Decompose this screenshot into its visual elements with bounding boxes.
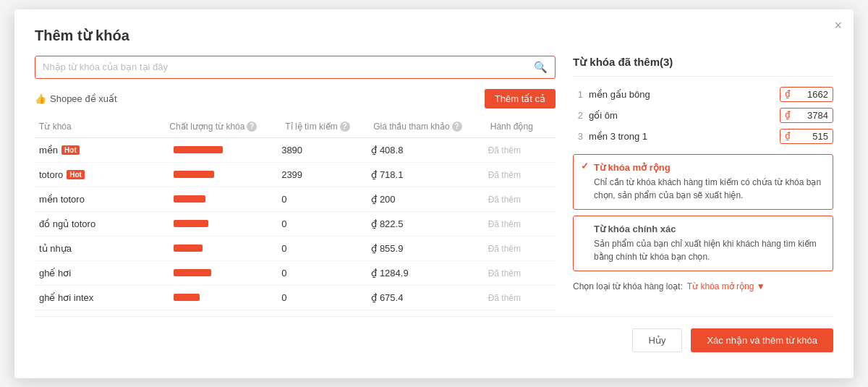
action-text: Đã thêm <box>488 244 521 254</box>
quality-info-icon[interactable]: ? <box>247 122 257 132</box>
kw-type-desc: Chỉ cần từ khóa khách hàng tìm kiếm có c… <box>582 176 824 202</box>
suggest-icon: 👍 <box>35 93 46 104</box>
kw-name-cell: tủ nhựa <box>35 236 169 260</box>
kw-quality-cell <box>169 162 277 187</box>
kw-rate-cell: 0 <box>277 211 367 236</box>
quality-bar <box>174 294 200 301</box>
added-kw-input-wrap: ₫ <box>780 129 833 144</box>
added-kw-name: mền 3 trong 1 <box>589 131 774 142</box>
quality-bar <box>174 146 223 153</box>
kw-name: ghế hơi intex <box>39 292 93 303</box>
bulk-label: Chọn loại từ khóa hàng loạt: <box>573 281 683 292</box>
currency-label: ₫ <box>785 131 791 141</box>
keyword-type-boxes: Từ khóa mở rộng Chỉ cần từ khóa khách hà… <box>573 154 833 271</box>
bid-input[interactable] <box>792 89 828 100</box>
col-header-action: Hành động <box>486 116 556 138</box>
quality-bar-wrap <box>174 146 231 153</box>
quality-bar-wrap <box>174 269 231 276</box>
bid-input[interactable] <box>792 131 828 142</box>
kw-type-box-broad[interactable]: Từ khóa mở rộng Chỉ cần từ khóa khách hà… <box>573 154 833 210</box>
added-kw-name: gối ôm <box>589 110 774 121</box>
table-row: mền Hot 3890 ₫ 408.8 Đã thêm <box>35 138 556 163</box>
right-panel-title: Từ khóa đã thêm(3) <box>573 56 833 77</box>
table-row: totoro Hot 2399 ₫ 718.1 Đã thêm <box>35 162 556 187</box>
action-text: Đã thêm <box>488 170 521 180</box>
added-keyword-row: 2 gối ôm ₫ <box>573 108 833 123</box>
modal-title: Thêm từ khóa <box>35 27 833 44</box>
left-panel: 🔍 👍 Shopee đề xuất Thêm tất cả Từ khóa <box>35 56 556 310</box>
action-text: Đã thêm <box>488 219 521 229</box>
bulk-dropdown-arrow: ▼ <box>757 281 765 292</box>
col-header-keyword: Từ khóa <box>35 116 165 138</box>
kw-rate-cell: 3890 <box>277 138 367 163</box>
added-keyword-row: 1 mền gấu bông ₫ <box>573 87 833 102</box>
quality-bar-wrap <box>174 195 231 203</box>
close-button[interactable]: × <box>834 18 842 33</box>
bulk-value-text: Từ khóa mở rộng <box>687 281 754 292</box>
bulk-select-row: Chọn loại từ khóa hàng loạt: Từ khóa mở … <box>573 281 833 292</box>
quality-bar <box>174 195 205 203</box>
kw-quality-cell <box>169 236 277 260</box>
kw-rate-cell: 0 <box>277 260 367 285</box>
hot-badge: Hot <box>67 170 85 179</box>
kw-rate-cell: 0 <box>277 285 367 310</box>
col-header-rate: Tỉ lệ tìm kiếm ? <box>281 116 369 138</box>
kw-name-cell: ghế hơi <box>35 260 169 285</box>
quality-bar <box>174 269 211 276</box>
quality-bar-wrap <box>174 220 231 227</box>
added-kw-input-wrap: ₫ <box>780 87 833 102</box>
table-row: ghế hơi intex 0 ₫ 675.4 Đã thêm <box>35 285 556 310</box>
currency-label: ₫ <box>785 110 791 120</box>
kw-name: đồ ngủ totoro <box>39 218 95 229</box>
quality-bar-wrap <box>174 294 231 301</box>
added-kw-num: 2 <box>573 110 583 121</box>
keyword-table-body: mền Hot 3890 ₫ 408.8 Đã thêm totoro Hot <box>35 138 556 310</box>
added-kw-num: 3 <box>573 131 583 142</box>
added-keyword-row: 3 mền 3 trong 1 ₫ <box>573 129 833 144</box>
search-bar: 🔍 <box>35 56 556 79</box>
table-row: tủ nhựa 0 ₫ 855.9 Đã thêm <box>35 236 556 260</box>
kw-action-cell: Đã thêm <box>484 187 556 211</box>
kw-quality-cell <box>169 187 277 211</box>
rate-info-icon[interactable]: ? <box>340 122 350 132</box>
kw-quality-cell <box>169 260 277 285</box>
kw-action-cell: Đã thêm <box>484 285 556 310</box>
kw-rate-cell: 0 <box>277 187 367 211</box>
bid-input[interactable] <box>792 110 828 121</box>
kw-action-cell: Đã thêm <box>484 162 556 187</box>
confirm-button[interactable]: Xác nhận và thêm từ khóa <box>691 328 833 352</box>
quality-bar-wrap <box>174 171 231 178</box>
kw-rate-cell: 2399 <box>277 162 367 187</box>
kw-action-cell: Đã thêm <box>484 138 556 163</box>
kw-name: ghế hơi <box>39 268 71 278</box>
kw-type-desc: Sản phẩm của bạn chỉ xuất hiện khi khách… <box>582 237 824 263</box>
table-row: ghế hơi 0 ₫ 1284.9 Đã thêm <box>35 260 556 285</box>
add-all-button[interactable]: Thêm tất cả <box>485 89 556 109</box>
kw-bid-cell: ₫ 855.9 <box>367 236 483 260</box>
suggest-text: Shopee đề xuất <box>50 93 117 104</box>
action-text: Đã thêm <box>488 145 521 156</box>
kw-name-cell: mền Hot <box>35 138 169 163</box>
table-scroll-area[interactable]: mền Hot 3890 ₫ 408.8 Đã thêm totoro Hot <box>35 138 556 310</box>
bulk-value-link[interactable]: Từ khóa mở rộng ▼ <box>687 281 765 292</box>
table-row: mền totoro 0 ₫ 200 Đã thêm <box>35 187 556 211</box>
quality-bar <box>174 220 208 227</box>
added-kw-num: 1 <box>573 89 583 100</box>
quality-bar <box>174 244 203 252</box>
kw-bid-cell: ₫ 822.5 <box>367 211 483 236</box>
action-text: Đã thêm <box>488 195 521 205</box>
bid-info-icon[interactable]: ? <box>452 122 462 132</box>
kw-name: mền totoro <box>39 194 85 205</box>
quality-bar-wrap <box>174 244 231 252</box>
search-input[interactable] <box>43 61 534 72</box>
modal: × Thêm từ khóa 🔍 👍 Shopee đề xuất Thêm t… <box>14 9 854 378</box>
kw-type-box-exact[interactable]: Từ khóa chính xác Sản phẩm của bạn chỉ x… <box>573 216 833 271</box>
cancel-button[interactable]: Hủy <box>632 328 683 352</box>
kw-action-cell: Đã thêm <box>484 211 556 236</box>
kw-name: mền <box>39 145 58 156</box>
action-text: Đã thêm <box>488 293 521 303</box>
added-keyword-list: 1 mền gấu bông ₫ 2 gối ôm ₫ 3 mền 3 tron… <box>573 87 833 144</box>
kw-name-cell: totoro Hot <box>35 162 169 187</box>
added-kw-input-wrap: ₫ <box>780 108 833 123</box>
kw-name-cell: đồ ngủ totoro <box>35 211 169 236</box>
